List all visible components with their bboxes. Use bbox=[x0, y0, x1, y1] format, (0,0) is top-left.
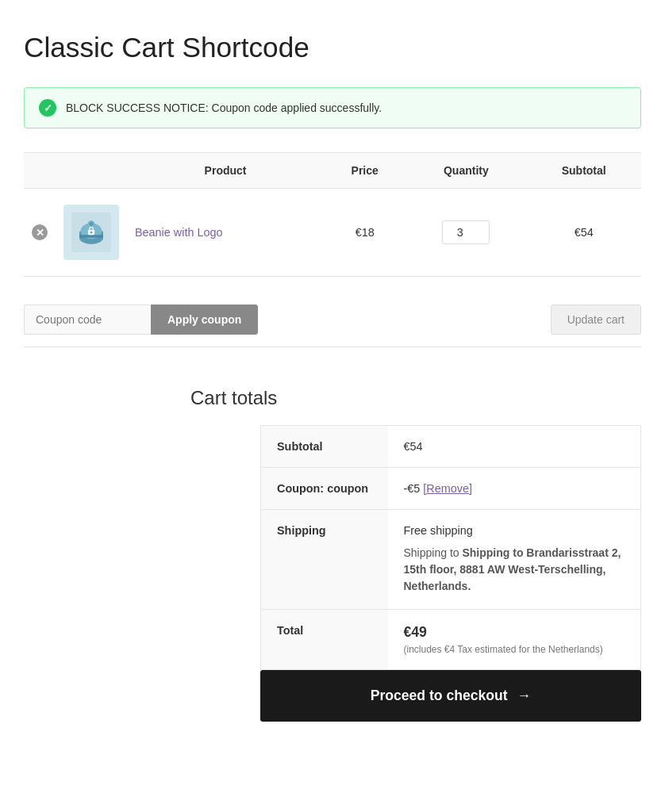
totals-subtotal-row: Subtotal €54 bbox=[261, 426, 641, 468]
coupon-discount: -€5 bbox=[404, 482, 421, 495]
cart-totals-section: Cart totals Subtotal €54 Coupon: coupon … bbox=[24, 387, 641, 722]
remove-icon: ✕ bbox=[32, 224, 48, 240]
subtotal-label: Subtotal bbox=[261, 426, 388, 468]
shipping-label: Shipping bbox=[261, 510, 388, 610]
shipping-value: Free shipping Shipping to Shipping to Br… bbox=[388, 510, 641, 610]
col-product-header: Product bbox=[127, 153, 324, 189]
success-notice: BLOCK SUCCESS NOTICE: Coupon code applie… bbox=[24, 87, 641, 128]
subtotal-value: €54 bbox=[388, 426, 641, 468]
coupon-row: Apply coupon Update cart bbox=[24, 293, 641, 347]
product-price: €18 bbox=[324, 189, 406, 277]
update-cart-button[interactable]: Update cart bbox=[551, 304, 641, 335]
checkout-label: Proceed to checkout bbox=[371, 688, 508, 704]
notice-text: BLOCK SUCCESS NOTICE: Coupon code applie… bbox=[66, 102, 382, 114]
remove-item-button[interactable]: ✕ bbox=[32, 224, 48, 240]
table-row: ✕ bbox=[24, 189, 641, 277]
totals-table: Subtotal €54 Coupon: coupon -€5 [Remove]… bbox=[260, 425, 641, 670]
col-subtotal-header: Subtotal bbox=[526, 153, 641, 189]
totals-shipping-row: Shipping Free shipping Shipping to Shipp… bbox=[261, 510, 641, 610]
svg-point-6 bbox=[90, 232, 93, 234]
shipping-address: Shipping to Shipping to Brandarisstraat … bbox=[404, 545, 625, 595]
checkout-button[interactable]: Proceed to checkout → bbox=[260, 670, 641, 722]
col-quantity-header: Quantity bbox=[406, 153, 526, 189]
coupon-input[interactable] bbox=[24, 304, 151, 335]
shipping-method: Free shipping bbox=[404, 524, 625, 537]
tax-note: (includes €4 Tax estimated for the Nethe… bbox=[404, 644, 625, 655]
total-value-cell: €49 (includes €4 Tax estimated for the N… bbox=[388, 610, 641, 670]
total-amount: €49 bbox=[404, 624, 625, 641]
svg-point-8 bbox=[90, 222, 94, 226]
apply-coupon-button[interactable]: Apply coupon bbox=[151, 304, 258, 335]
product-name-link[interactable]: Beanie with Logo bbox=[135, 226, 222, 239]
quantity-input[interactable] bbox=[442, 220, 490, 244]
col-image bbox=[56, 153, 127, 189]
page-title: Classic Cart Shortcode bbox=[24, 32, 641, 63]
totals-total-row: Total €49 (includes €4 Tax estimated for… bbox=[261, 610, 641, 670]
product-image bbox=[71, 213, 111, 252]
checkout-arrow: → bbox=[517, 688, 532, 704]
svg-rect-4 bbox=[79, 235, 103, 237]
product-thumbnail bbox=[63, 205, 119, 260]
shipping-address-bold: Shipping to Brandarisstraat 2, 15th floo… bbox=[404, 546, 621, 592]
coupon-label: Coupon: coupon bbox=[261, 468, 388, 510]
product-subtotal: €54 bbox=[526, 189, 641, 277]
cart-totals-title: Cart totals bbox=[190, 387, 277, 409]
total-label: Total bbox=[261, 610, 388, 670]
totals-coupon-row: Coupon: coupon -€5 [Remove] bbox=[261, 468, 641, 510]
success-icon bbox=[39, 99, 56, 117]
cart-table: Product Price Quantity Subtotal ✕ bbox=[24, 152, 641, 277]
col-price-header: Price bbox=[324, 153, 406, 189]
coupon-value: -€5 [Remove] bbox=[388, 468, 641, 510]
col-remove bbox=[24, 153, 56, 189]
remove-coupon-link[interactable]: [Remove] bbox=[423, 482, 472, 495]
coupon-section: Apply coupon bbox=[24, 304, 258, 335]
